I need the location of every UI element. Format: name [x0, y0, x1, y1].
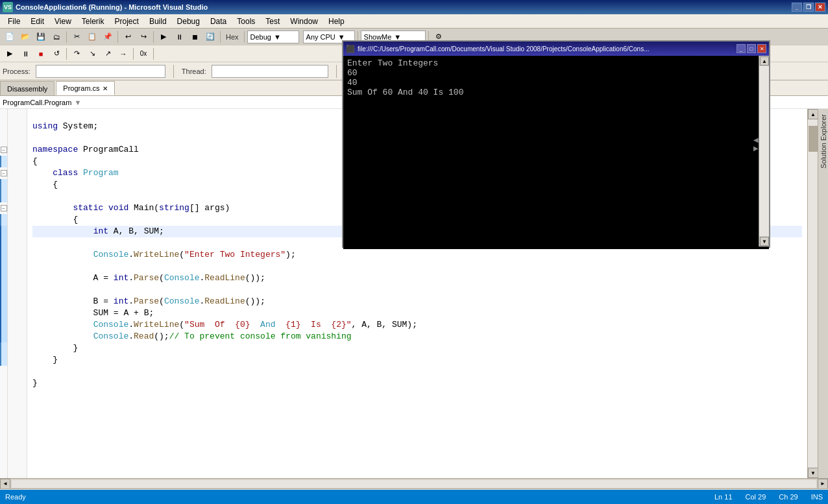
break-all-button[interactable]: ⏸ — [18, 47, 32, 61]
console-body: Enter Two Integers 60 40 Sum Of 60 And 4… — [343, 56, 769, 249]
console-line-3: 40 — [347, 78, 765, 88]
scroll-right-button[interactable]: ► — [818, 479, 828, 489]
step-out-button[interactable]: ↗ — [101, 47, 115, 61]
menu-tools[interactable]: Tools — [232, 14, 260, 29]
stop-button[interactable]: ⏹ — [188, 30, 202, 44]
status-ins: INS — [811, 493, 823, 501]
stop-debug-button[interactable]: ■ — [34, 47, 48, 61]
status-col: Col 29 — [746, 493, 766, 501]
menu-build[interactable]: Build — [144, 14, 172, 29]
tab-disassembly[interactable]: Disassembly — [0, 81, 55, 95]
scroll-thumb[interactable] — [809, 126, 818, 152]
console-scrollbar: ▲ ▼ — [759, 56, 769, 246]
vertical-scrollbar: ▲ ▼ — [807, 109, 818, 478]
redo-button[interactable]: ↪ — [136, 30, 151, 44]
console-line-2: 60 — [347, 68, 765, 78]
undo-button[interactable]: ↩ — [121, 30, 135, 44]
close-button[interactable]: ✕ — [815, 3, 825, 12]
debug-config-dropdown[interactable]: Debug ▼ — [247, 30, 299, 43]
code-line-15: A = int.Parse(Console.ReadLine()); — [32, 272, 802, 284]
breadcrumb-item[interactable]: ProgramCall.Program ▼ — [3, 99, 81, 106]
step-into-button[interactable]: ↘ — [85, 47, 99, 61]
dbg-sep3 — [153, 48, 154, 60]
restart-debug-button[interactable]: ↺ — [49, 47, 64, 61]
paste-button[interactable]: 📌 — [101, 30, 115, 44]
code-line-22: } — [32, 354, 802, 366]
scroll-left-button[interactable]: ◄ — [0, 479, 10, 489]
console-scroll-track — [759, 66, 769, 236]
solution-explorer-label[interactable]: Solution Explorer — [818, 109, 828, 174]
sep3 — [153, 31, 154, 43]
sep5 — [244, 31, 245, 43]
code-line-14 — [32, 261, 802, 272]
process-dropdown[interactable] — [36, 65, 165, 78]
code-line-18: SUM = A + B; — [32, 307, 802, 319]
collapse-namespace[interactable]: − — [1, 147, 7, 153]
code-line-13: Console.WriteLine("Enter Two Integers"); — [32, 249, 802, 261]
restore-button[interactable]: ❐ — [803, 3, 814, 12]
status-bar: Ready Ln 11 Col 29 Ch 29 INS — [0, 490, 828, 504]
restart-button[interactable]: 🔄 — [203, 30, 217, 44]
minimize-button[interactable]: _ — [792, 3, 802, 12]
show-next-stmt-button[interactable]: → — [116, 47, 130, 61]
menu-edit[interactable]: Edit — [25, 14, 49, 29]
close-tab-icon[interactable]: ✕ — [103, 85, 108, 92]
menu-help[interactable]: Help — [323, 14, 350, 29]
code-line-24: } — [32, 378, 802, 389]
console-line-4: Sum Of 60 And 40 Is 100 — [347, 88, 765, 97]
console-scroll-up[interactable]: ▲ — [760, 56, 769, 66]
scroll-up-button[interactable]: ▲ — [808, 109, 818, 119]
console-close-button[interactable]: ✕ — [757, 44, 766, 53]
menu-project[interactable]: Project — [110, 14, 144, 29]
dbg-sep2 — [133, 48, 134, 60]
title-bar: VS ConsoleApplication6 (Running) - Micro… — [0, 0, 828, 14]
new-project-button[interactable]: 📄 — [3, 30, 17, 44]
scroll-track — [808, 119, 818, 468]
menu-debug[interactable]: Debug — [172, 14, 205, 29]
status-ready: Ready — [5, 493, 26, 501]
code-line-19: Console.WriteLine("Sum Of {0} And {1} Is… — [32, 319, 802, 331]
copy-button[interactable]: 📋 — [85, 30, 99, 44]
solution-explorer: Solution Explorer — [818, 109, 828, 478]
collapse-class[interactable]: − — [1, 170, 7, 176]
console-maximize-button[interactable]: □ — [747, 44, 756, 53]
dbg-sep1 — [66, 48, 67, 60]
hex-display-button[interactable]: 0x — [136, 47, 151, 61]
thread-dropdown[interactable] — [212, 65, 328, 78]
menu-file[interactable]: File — [3, 14, 25, 29]
thread-label: Thread: — [182, 67, 206, 75]
continue-button[interactable]: ▶ — [3, 47, 17, 61]
console-expand-down-icon[interactable]: ▶ — [753, 145, 759, 152]
start-button[interactable]: ▶ — [156, 30, 171, 44]
open-button[interactable]: 📂 — [18, 30, 32, 44]
sep2 — [117, 31, 118, 43]
save-all-button[interactable]: 🗂 — [49, 30, 64, 44]
menu-bar: File Edit View Telerik Project Build Deb… — [0, 14, 828, 29]
menu-telerik[interactable]: Telerik — [77, 14, 110, 29]
menu-view[interactable]: View — [49, 14, 77, 29]
horizontal-scrollbar: ◄ ► — [0, 478, 828, 488]
collapse-method[interactable]: − — [1, 205, 7, 211]
menu-test[interactable]: Test — [260, 14, 285, 29]
save-button[interactable]: 💾 — [34, 30, 48, 44]
menu-window[interactable]: Window — [285, 14, 323, 29]
tab-program-cs[interactable]: Program.cs ✕ — [56, 81, 114, 95]
console-scroll-down[interactable]: ▼ — [760, 237, 769, 246]
scroll-down-button[interactable]: ▼ — [808, 468, 818, 478]
cut-button[interactable]: ✂ — [69, 30, 84, 44]
console-minimize-button[interactable]: _ — [737, 44, 746, 53]
process-label: Process: — [3, 67, 30, 75]
pause-button[interactable]: ⏸ — [172, 30, 186, 44]
left-margin: − − − — [0, 109, 8, 478]
ps-sep1 — [173, 65, 174, 78]
app-icon: VS — [3, 2, 13, 12]
step-over-button[interactable]: ↷ — [69, 47, 84, 61]
console-window: ⬛ file:///C:/Users/ProgramCall.com/Docum… — [342, 40, 770, 248]
menu-data[interactable]: Data — [205, 14, 232, 29]
code-line-23 — [32, 366, 802, 378]
console-expand-arrows: ◀ ▶ — [753, 136, 759, 152]
app-title: ConsoleApplication6 (Running) - Microsof… — [16, 3, 792, 11]
code-line-21: } — [32, 342, 802, 354]
hex-label: Hex — [223, 33, 241, 41]
console-expand-up-icon[interactable]: ◀ — [753, 136, 759, 143]
